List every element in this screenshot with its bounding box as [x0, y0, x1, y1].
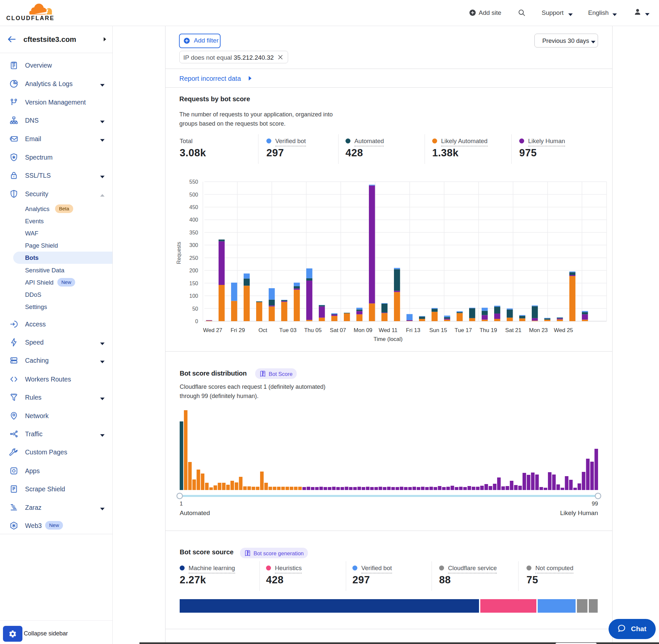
svg-text:Fri 29: Fri 29	[231, 327, 244, 334]
svg-text:450: 450	[189, 204, 198, 210]
svg-text:Wed 27: Wed 27	[203, 327, 222, 334]
svg-text:Tue 03: Tue 03	[279, 327, 297, 334]
svg-text:Time (local): Time (local)	[374, 336, 402, 342]
svg-text:Sat 21: Sat 21	[505, 327, 521, 334]
svg-text:350: 350	[189, 230, 198, 235]
svg-text:Tue 17: Tue 17	[455, 327, 472, 334]
svg-text:500: 500	[189, 192, 198, 198]
svg-text:50: 50	[192, 306, 198, 312]
svg-text:Wed 25: Wed 25	[554, 327, 573, 334]
svg-text:Thu 05: Thu 05	[304, 327, 322, 334]
svg-text:Mon 09: Mon 09	[354, 327, 373, 334]
svg-text:Fri 13: Fri 13	[406, 327, 420, 334]
svg-text:100: 100	[189, 293, 198, 299]
svg-text:Thu 19: Thu 19	[480, 327, 497, 334]
svg-text:300: 300	[189, 243, 198, 248]
svg-text:550: 550	[189, 179, 198, 185]
svg-text:Requests: Requests	[176, 242, 182, 264]
svg-text:0: 0	[195, 319, 198, 324]
svg-text:Automated: Automated	[180, 509, 210, 516]
svg-text:150: 150	[189, 281, 198, 286]
svg-text:Wed 11: Wed 11	[379, 327, 398, 334]
svg-text:Likely Human: Likely Human	[560, 509, 598, 516]
svg-text:200: 200	[189, 268, 198, 273]
svg-text:99: 99	[592, 501, 598, 507]
svg-text:400: 400	[189, 217, 198, 223]
svg-text:Mon 23: Mon 23	[529, 327, 548, 334]
svg-text:Oct: Oct	[258, 327, 267, 334]
svg-text:Sun 15: Sun 15	[429, 327, 447, 334]
svg-text:250: 250	[189, 255, 198, 261]
svg-text:Sat 07: Sat 07	[330, 327, 346, 334]
svg-text:1: 1	[180, 501, 183, 507]
